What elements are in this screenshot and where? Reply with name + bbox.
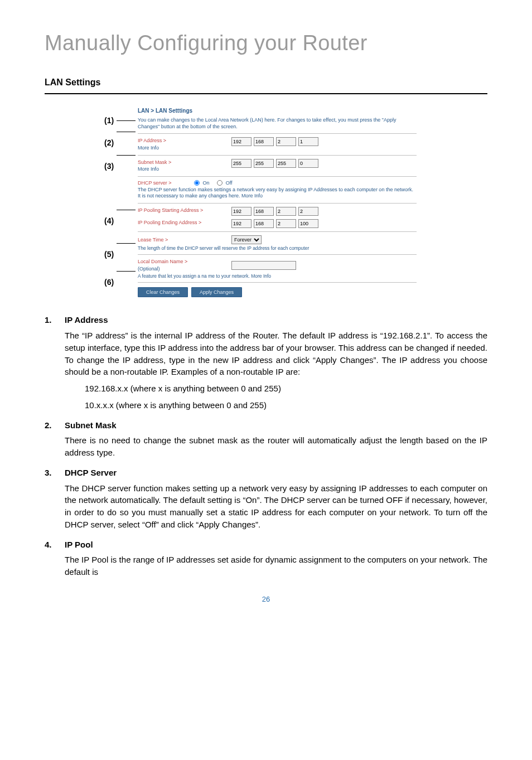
- page-title: Manually Configuring your Router: [45, 31, 487, 55]
- lead-line: [117, 155, 136, 156]
- local-domain-input[interactable]: [231, 261, 296, 270]
- page-number: 26: [45, 595, 487, 603]
- lead-line: [117, 210, 136, 210]
- item-body: The “IP address” is the internal IP addr…: [65, 330, 487, 378]
- callout-1: (1): [104, 117, 114, 124]
- body-content: 1. IP Address The “IP address” is the in…: [45, 314, 487, 578]
- subnet-mask-label: Subnet Mask >: [138, 159, 171, 165]
- pool-start-label: IP Pooling Starting Address >: [138, 207, 203, 213]
- ip-address-label: IP Address >: [138, 138, 166, 143]
- pool-start-2[interactable]: [254, 207, 274, 216]
- dhcp-desc: The DHCP server function makes settings …: [138, 187, 417, 200]
- callout-2: (2): [104, 139, 114, 147]
- local-domain-note: A feature that let you assign a na me to…: [138, 273, 417, 279]
- item-body: The IP Pool is the range of IP addresses…: [65, 554, 487, 578]
- pool-end-row: IP Pooling Ending Address >: [138, 219, 417, 231]
- pool-start-1[interactable]: [231, 207, 252, 216]
- section-underline: [45, 93, 487, 94]
- ip-address-row: IP Address > More Info: [138, 133, 417, 154]
- more-info-link[interactable]: More Info: [138, 144, 227, 152]
- dhcp-off-radio[interactable]: [217, 180, 223, 186]
- optional-label: (Optional): [138, 265, 227, 273]
- callout-6: (6): [104, 278, 114, 286]
- item-sub: 10.x.x.x (where x is anything between 0 …: [85, 399, 487, 412]
- section-title: LAN Settings: [45, 78, 487, 88]
- callout-4: (4): [104, 217, 114, 225]
- local-domain-row: Local Domain Name > (Optional) A feature…: [138, 254, 417, 282]
- panel-desc: You can make changes to the Local Area N…: [138, 116, 417, 133]
- lan-settings-screenshot: (1) (2) (3) (4) (5) (6) LAN > LAN Settti…: [110, 105, 422, 297]
- item-head: IP Pool: [65, 539, 93, 551]
- pool-start-3[interactable]: [276, 207, 296, 216]
- dhcp-server-row: DHCP server > On Off The DHCP server fun…: [138, 176, 417, 203]
- item-body: There is no need to change the subnet ma…: [65, 434, 487, 459]
- pool-end-1[interactable]: [231, 219, 252, 228]
- off-label: Off: [226, 180, 233, 186]
- apply-changes-button[interactable]: Apply Changes: [191, 287, 242, 297]
- ip-octet-1[interactable]: [231, 137, 252, 146]
- lead-line: [117, 132, 136, 132]
- ip-octet-3[interactable]: [276, 137, 296, 146]
- lead-line: [117, 243, 136, 244]
- item-sub: 192.168.x.x (where x is anything between…: [85, 383, 487, 395]
- lease-time-label: Lease Time >: [138, 237, 168, 243]
- item-number: 3.: [45, 467, 65, 479]
- lead-line: [117, 271, 136, 272]
- on-label: On: [203, 180, 210, 186]
- pool-start-4[interactable]: [298, 207, 318, 216]
- lease-time-row: Lease Time > Forever The length of time …: [138, 231, 417, 254]
- local-domain-label: Local Domain Name >: [138, 259, 187, 264]
- dhcp-on-radio[interactable]: [194, 180, 200, 186]
- pool-end-3[interactable]: [276, 219, 296, 228]
- clear-changes-button[interactable]: Clear Changes: [138, 287, 188, 297]
- ip-octet-4[interactable]: [298, 137, 318, 146]
- pool-end-2[interactable]: [254, 219, 274, 228]
- ip-octet-2[interactable]: [254, 137, 274, 146]
- pool-end-label: IP Pooling Ending Address >: [138, 220, 201, 225]
- pool-start-row: IP Pooling Starting Address >: [138, 203, 417, 219]
- lan-settings-panel: LAN > LAN Setttings You can make changes…: [138, 105, 417, 297]
- subnet-mask-row: Subnet Mask > More Info: [138, 155, 417, 176]
- subnet-octet-3[interactable]: [276, 159, 296, 168]
- pool-end-4[interactable]: [298, 219, 318, 228]
- item-body: The DHCP server function makes setting u…: [65, 482, 487, 531]
- panel-heading: LAN > LAN Setttings: [138, 105, 417, 116]
- subnet-octet-1[interactable]: [231, 159, 252, 168]
- callout-5: (5): [104, 250, 114, 258]
- lease-time-select[interactable]: Forever: [231, 235, 262, 244]
- more-info-link[interactable]: More Info: [138, 166, 227, 173]
- item-head: DHCP Server: [65, 467, 117, 479]
- subnet-octet-4[interactable]: [298, 159, 318, 168]
- subnet-octet-2[interactable]: [254, 159, 274, 168]
- dhcp-server-label: DHCP server >: [138, 180, 172, 186]
- callout-3: (3): [104, 162, 114, 170]
- lead-line: [117, 120, 136, 121]
- item-head: IP Address: [65, 314, 108, 326]
- item-number: 2.: [45, 419, 65, 432]
- item-head: Subnet Mask: [65, 419, 117, 432]
- button-row: Clear Changes Apply Changes: [138, 282, 417, 297]
- item-number: 4.: [45, 539, 65, 551]
- lease-note: The length of time the DHCP server will …: [138, 245, 417, 251]
- item-number: 1.: [45, 314, 65, 326]
